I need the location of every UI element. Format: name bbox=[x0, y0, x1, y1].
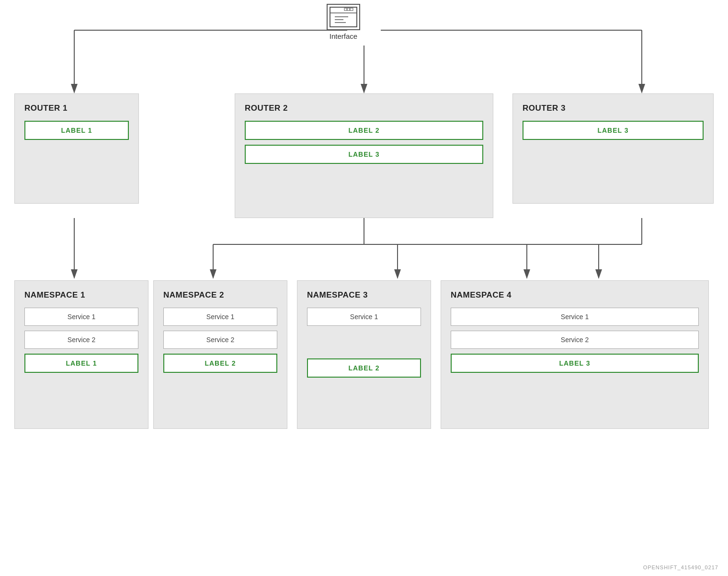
ns4-service2: Service 2 bbox=[451, 331, 699, 349]
namespace1-box: NAMESPACE 1 Service 1 Service 2 LABEL 1 bbox=[14, 280, 148, 429]
namespace3-box: NAMESPACE 3 Service 1 LABEL 2 bbox=[297, 280, 431, 429]
ns1-service2: Service 2 bbox=[24, 331, 138, 349]
namespace1-title: NAMESPACE 1 bbox=[24, 290, 138, 300]
router2-label1: LABEL 2 bbox=[245, 121, 483, 140]
ns3-service1: Service 1 bbox=[307, 308, 421, 326]
ns4-service1: Service 1 bbox=[451, 308, 699, 326]
router3-title: ROUTER 3 bbox=[523, 104, 704, 113]
svg-rect-18 bbox=[350, 8, 353, 11]
router2-box: ROUTER 2 LABEL 2 LABEL 3 bbox=[235, 93, 493, 218]
router1-box: ROUTER 1 LABEL 1 bbox=[14, 93, 139, 204]
interface-node: Interface bbox=[322, 4, 365, 40]
ns3-label: LABEL 2 bbox=[307, 358, 421, 378]
ns1-label: LABEL 1 bbox=[24, 354, 138, 373]
ns1-service1: Service 1 bbox=[24, 308, 138, 326]
router2-label2: LABEL 3 bbox=[245, 145, 483, 164]
router3-label1: LABEL 3 bbox=[523, 121, 704, 140]
router3-box: ROUTER 3 LABEL 3 bbox=[512, 93, 714, 204]
interface-label: Interface bbox=[322, 32, 365, 40]
namespace2-box: NAMESPACE 2 Service 1 Service 2 LABEL 2 bbox=[153, 280, 287, 429]
namespace2-title: NAMESPACE 2 bbox=[163, 290, 277, 300]
ns2-service1: Service 1 bbox=[163, 308, 277, 326]
diagram: Interface ROUTER 1 LABEL 1 ROUTER 2 LABE… bbox=[0, 0, 728, 576]
router2-title: ROUTER 2 bbox=[245, 104, 483, 113]
namespace4-box: NAMESPACE 4 Service 1 Service 2 LABEL 3 bbox=[441, 280, 709, 429]
ns2-service2: Service 2 bbox=[163, 331, 277, 349]
ns4-label: LABEL 3 bbox=[451, 354, 699, 373]
router1-label1: LABEL 1 bbox=[24, 121, 129, 140]
namespace4-title: NAMESPACE 4 bbox=[451, 290, 699, 300]
ns2-label: LABEL 2 bbox=[163, 354, 277, 373]
router1-title: ROUTER 1 bbox=[24, 104, 129, 113]
watermark: OPENSHIFT_415490_0217 bbox=[643, 564, 718, 570]
namespace3-title: NAMESPACE 3 bbox=[307, 290, 421, 300]
interface-icon bbox=[327, 4, 360, 30]
